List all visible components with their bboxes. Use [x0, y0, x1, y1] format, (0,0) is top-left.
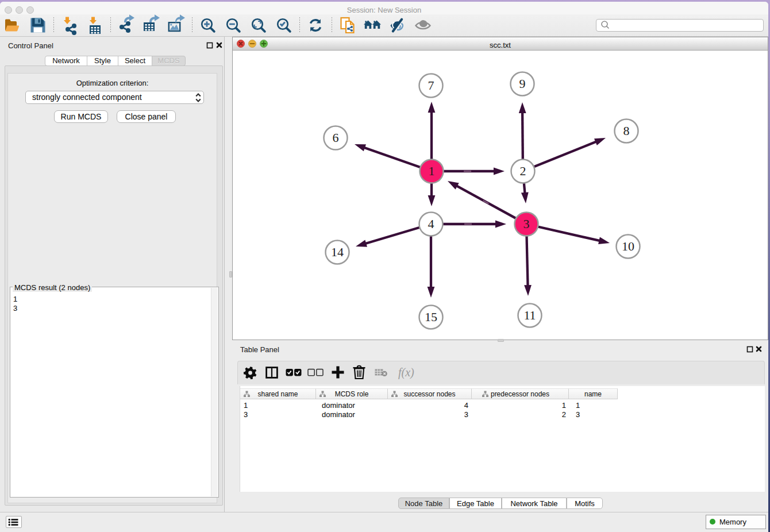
svg-text:4: 4: [428, 217, 434, 231]
svg-text:15: 15: [425, 310, 437, 324]
svg-text:7: 7: [428, 78, 434, 92]
svg-text:1: 1: [429, 164, 435, 178]
svg-text:11: 11: [523, 308, 536, 322]
svg-text:6: 6: [333, 130, 339, 145]
svg-text:2: 2: [520, 164, 526, 178]
svg-text:f(x): f(x): [398, 366, 414, 379]
svg-text:10: 10: [622, 239, 634, 253]
svg-text:14: 14: [331, 245, 344, 259]
svg-text:3: 3: [523, 217, 530, 231]
svg-text:8: 8: [623, 124, 630, 138]
svg-text:9: 9: [519, 76, 526, 91]
